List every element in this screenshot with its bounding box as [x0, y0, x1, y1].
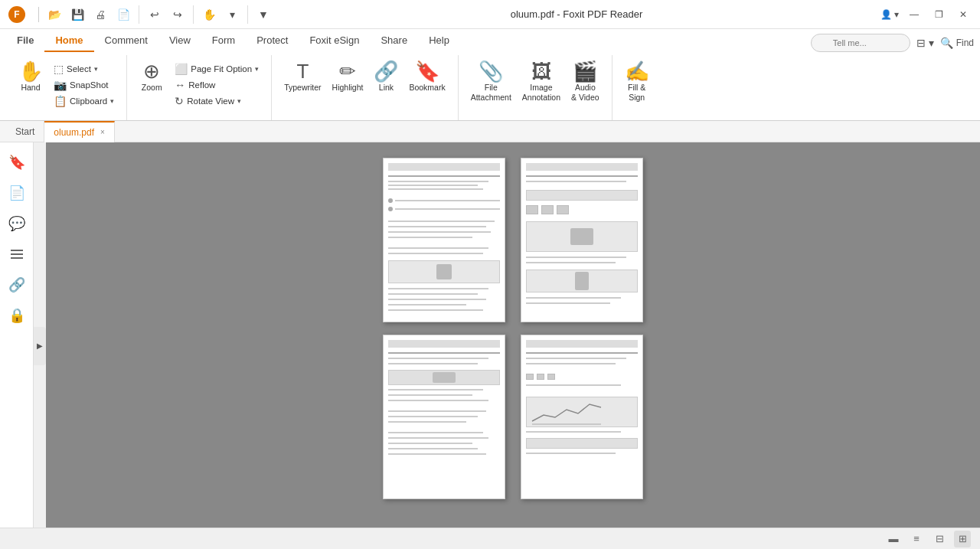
zoom-options-col: ⬜ Page Fit Option ▾ ↔ Reflow ↻ Rotate Vi…	[170, 58, 263, 109]
maximize-btn[interactable]: ❐	[928, 4, 949, 25]
bookmark-btn[interactable]: 🔖 Bookmark	[404, 58, 449, 112]
group-items-files: 📎 FileAttachment 🖼 ImageAnnotation 🎬 Aud…	[466, 55, 604, 120]
app-logo: F	[6, 4, 28, 25]
status-bar: ▬ ≡ ⊟ ⊞	[0, 528, 980, 549]
tab-foxit-esign[interactable]: Foxit eSign	[299, 29, 370, 52]
single-page-view-btn[interactable]: ▬	[885, 531, 902, 547]
bookmark-icon: 🔖	[415, 61, 439, 81]
rotate-view-btn[interactable]: ↻ Rotate View ▾	[170, 93, 263, 109]
tab-file[interactable]: File	[6, 29, 44, 52]
select-arrow: ▾	[94, 65, 98, 73]
undo-btn[interactable]: ↩	[144, 4, 165, 25]
tab-protect[interactable]: Protect	[246, 29, 299, 52]
tab-home[interactable]: Home	[44, 29, 93, 52]
find-icon[interactable]: 🔍	[940, 37, 953, 49]
close-tab-btn[interactable]: ×	[100, 128, 105, 136]
select-btn[interactable]: ⬚ Select ▾	[49, 61, 119, 77]
tell-me-wrapper: 🔍	[811, 34, 910, 52]
hand-tool-btn[interactable]: ✋	[198, 4, 220, 25]
hand-tool-ribbon-btn[interactable]: ✋ Hand	[14, 58, 47, 112]
separator	[38, 7, 39, 22]
ribbon: ✋ Hand ⬚ Select ▾ 📷 SnapShot 📋 Clipboard…	[0, 52, 980, 121]
reflow-btn[interactable]: ↔ Reflow	[170, 77, 263, 93]
link-icon: 🔗	[374, 61, 398, 81]
sidebar-layers-icon[interactable]	[3, 240, 31, 268]
open-btn[interactable]: 📂	[44, 4, 65, 25]
link-btn[interactable]: 🔗 Link	[369, 58, 403, 112]
link-label: Link	[379, 83, 394, 93]
audio-video-btn[interactable]: 🎬 Audio& Video	[567, 58, 604, 112]
small-tools-col: ⬚ Select ▾ 📷 SnapShot 📋 Clipboard ▾	[49, 58, 119, 109]
redo-btn[interactable]: ↪	[167, 4, 188, 25]
ribbon-tabs: File Home Comment View Form Protect Foxi…	[0, 29, 980, 52]
sidebar-collapse-arrow[interactable]: ▶	[34, 327, 46, 365]
sidebar-comments-icon[interactable]: 💬	[3, 210, 31, 237]
tab-view[interactable]: View	[158, 29, 201, 52]
group-items-zoom: ⊕ Zoom ⬜ Page Fit Option ▾ ↔ Reflow ↻ Ro…	[135, 55, 263, 120]
start-tab[interactable]: Start	[6, 121, 44, 142]
snapshot-btn[interactable]: 📷 SnapShot	[49, 77, 119, 93]
page-fit-option-btn[interactable]: ⬜ Page Fit Option ▾	[170, 61, 263, 77]
svg-rect-4	[11, 250, 23, 251]
ribbon-group-files: 📎 FileAttachment 🖼 ImageAnnotation 🎬 Aud…	[459, 55, 612, 120]
zoom-btn[interactable]: ⊕ Zoom	[135, 58, 168, 112]
minimize-btn[interactable]: —	[903, 4, 925, 25]
group-items-insert: T Typewriter ✏ Highlight 🔗 Link 🔖 Bookma…	[279, 55, 450, 120]
sidebar-pages-icon[interactable]: 📄	[3, 179, 31, 207]
page-thumb-4	[521, 335, 643, 499]
group-items-tools: ✋ Hand ⬚ Select ▾ 📷 SnapShot 📋 Clipboard…	[14, 55, 119, 120]
ribbon-group-fill-sign: ✍ Fill &Sign	[612, 55, 662, 120]
sidebar-bookmark-icon[interactable]: 🔖	[3, 149, 31, 176]
grid-view-btn[interactable]: ⊞	[954, 531, 971, 547]
sidebar-attachments-icon[interactable]: 🔗	[3, 271, 31, 299]
divider2	[193, 5, 194, 24]
hand-icon: ✋	[18, 61, 43, 81]
fill-sign-btn[interactable]: ✍ Fill &Sign	[620, 58, 654, 112]
image-annotation-label: ImageAnnotation	[522, 83, 560, 102]
new-pdf-btn[interactable]: 📄	[113, 4, 134, 25]
sidebar-security-icon[interactable]: 🔒	[3, 302, 31, 329]
hand-dropdown-btn[interactable]: ▾	[221, 4, 243, 25]
clipboard-icon: 📋	[54, 95, 67, 107]
layout-icon-btn[interactable]: ⊟ ▾	[916, 37, 934, 49]
document-tab-label: oluum.pdf	[54, 127, 94, 138]
highlight-label: Highlight	[332, 83, 364, 93]
file-attachment-label: FileAttachment	[471, 83, 511, 102]
tab-form[interactable]: Form	[201, 29, 246, 52]
image-annotation-btn[interactable]: 🖼 ImageAnnotation	[518, 58, 565, 112]
rotate-icon: ↻	[175, 95, 184, 107]
typewriter-btn[interactable]: T Typewriter	[279, 58, 325, 112]
pages-row-1	[383, 158, 643, 322]
continuous-view-btn[interactable]: ≡	[908, 531, 925, 547]
group-items-fill: ✍ Fill &Sign	[620, 55, 654, 120]
document-tab[interactable]: oluum.pdf ×	[44, 121, 115, 142]
svg-rect-3	[11, 253, 23, 255]
reflow-icon: ↔	[175, 79, 185, 91]
find-label[interactable]: Find	[956, 38, 974, 48]
page-thumb-2	[521, 158, 643, 322]
facing-view-btn[interactable]: ⊟	[931, 531, 948, 547]
tell-me-input[interactable]	[811, 34, 910, 52]
tab-comment[interactable]: Comment	[94, 29, 158, 52]
file-attachment-btn[interactable]: 📎 FileAttachment	[466, 58, 516, 112]
status-right: ▬ ≡ ⊟ ⊞	[885, 531, 971, 547]
print-btn[interactable]: 🖨	[90, 4, 111, 25]
doc-content[interactable]	[46, 142, 980, 549]
start-tab-label: Start	[15, 126, 34, 137]
page-thumb-3	[383, 335, 505, 499]
highlight-btn[interactable]: ✏ Highlight	[328, 58, 368, 112]
fill-sign-icon: ✍	[625, 61, 649, 81]
page-thumb-1	[383, 158, 505, 322]
fill-sign-label: Fill &Sign	[628, 83, 645, 102]
bookmark-label: Bookmark	[409, 83, 445, 93]
save-btn[interactable]: 💾	[67, 4, 88, 25]
down-arrow-btn[interactable]: ▼	[253, 4, 274, 25]
clipboard-btn[interactable]: 📋 Clipboard ▾	[49, 93, 119, 109]
tab-share[interactable]: Share	[370, 29, 418, 52]
page-fit-icon: ⬜	[175, 63, 188, 75]
user-account-btn[interactable]: 👤 ▾	[879, 4, 900, 25]
tab-help[interactable]: Help	[418, 29, 460, 52]
close-btn[interactable]: ✕	[952, 4, 974, 25]
ribbon-group-zoom: ⊕ Zoom ⬜ Page Fit Option ▾ ↔ Reflow ↻ Ro…	[127, 55, 272, 120]
svg-text:F: F	[14, 9, 19, 20]
